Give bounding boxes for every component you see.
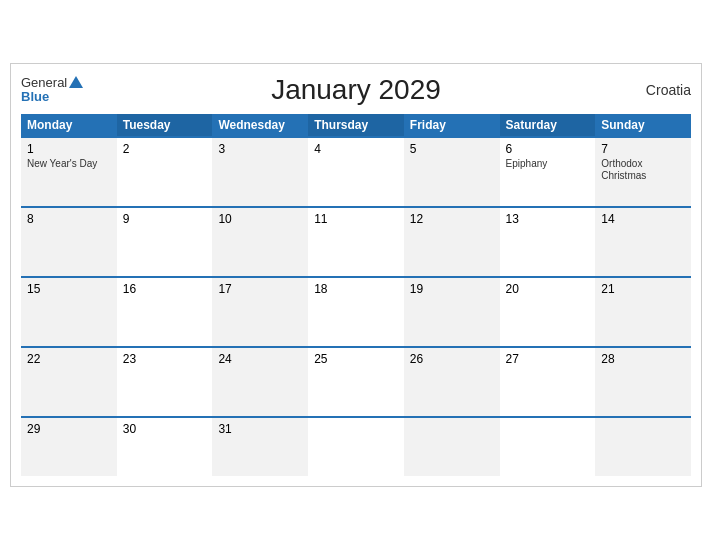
day-cell: 11 <box>308 208 404 276</box>
day-cell <box>308 418 404 476</box>
logo-triangle-icon <box>69 76 83 88</box>
day-cell: 21 <box>595 278 691 346</box>
day-number: 12 <box>410 212 494 226</box>
day-number: 9 <box>123 212 207 226</box>
week-row-4: 22232425262728 <box>21 346 691 416</box>
calendar-header: General Blue January 2029 Croatia <box>21 74 691 106</box>
header-friday: Friday <box>404 114 500 136</box>
day-number: 17 <box>218 282 302 296</box>
day-number: 15 <box>27 282 111 296</box>
day-cell: 10 <box>212 208 308 276</box>
day-number: 18 <box>314 282 398 296</box>
day-cell: 12 <box>404 208 500 276</box>
header-sunday: Sunday <box>595 114 691 136</box>
day-cell: 15 <box>21 278 117 346</box>
day-number: 3 <box>218 142 302 156</box>
day-cell <box>595 418 691 476</box>
logo-general-text: General <box>21 76 83 90</box>
day-number: 14 <box>601 212 685 226</box>
day-cell: 22 <box>21 348 117 416</box>
day-cell: 8 <box>21 208 117 276</box>
holiday-label: Epiphany <box>506 158 590 170</box>
country-label: Croatia <box>646 82 691 98</box>
day-cell: 26 <box>404 348 500 416</box>
day-number: 7 <box>601 142 685 156</box>
header-wednesday: Wednesday <box>212 114 308 136</box>
day-cell <box>500 418 596 476</box>
holiday-label: New Year's Day <box>27 158 111 170</box>
day-cell: 25 <box>308 348 404 416</box>
weeks-container: 1New Year's Day23456Epiphany7OrthodoxChr… <box>21 136 691 476</box>
day-number: 26 <box>410 352 494 366</box>
day-number: 31 <box>218 422 302 436</box>
day-cell: 2 <box>117 138 213 206</box>
day-cell: 7OrthodoxChristmas <box>595 138 691 206</box>
day-cell: 29 <box>21 418 117 476</box>
day-number: 8 <box>27 212 111 226</box>
day-cell <box>404 418 500 476</box>
day-cell: 19 <box>404 278 500 346</box>
day-number: 16 <box>123 282 207 296</box>
day-cell: 9 <box>117 208 213 276</box>
day-number: 20 <box>506 282 590 296</box>
day-number: 10 <box>218 212 302 226</box>
calendar: General Blue January 2029 Croatia Monday… <box>10 63 702 487</box>
day-number: 22 <box>27 352 111 366</box>
day-cell: 28 <box>595 348 691 416</box>
day-number: 25 <box>314 352 398 366</box>
day-cell: 17 <box>212 278 308 346</box>
day-number: 1 <box>27 142 111 156</box>
day-number: 2 <box>123 142 207 156</box>
day-number: 11 <box>314 212 398 226</box>
day-number: 19 <box>410 282 494 296</box>
day-cell: 3 <box>212 138 308 206</box>
day-number: 21 <box>601 282 685 296</box>
week-row-1: 1New Year's Day23456Epiphany7OrthodoxChr… <box>21 136 691 206</box>
logo: General Blue <box>21 76 83 105</box>
day-number: 23 <box>123 352 207 366</box>
day-number: 28 <box>601 352 685 366</box>
day-number: 27 <box>506 352 590 366</box>
week-row-2: 891011121314 <box>21 206 691 276</box>
day-cell: 14 <box>595 208 691 276</box>
day-cell: 20 <box>500 278 596 346</box>
day-number: 24 <box>218 352 302 366</box>
header-tuesday: Tuesday <box>117 114 213 136</box>
day-number: 29 <box>27 422 111 436</box>
header-thursday: Thursday <box>308 114 404 136</box>
day-number: 30 <box>123 422 207 436</box>
logo-blue-text: Blue <box>21 90 83 104</box>
day-cell: 5 <box>404 138 500 206</box>
day-number: 6 <box>506 142 590 156</box>
day-cell: 31 <box>212 418 308 476</box>
day-cell: 1New Year's Day <box>21 138 117 206</box>
day-number: 13 <box>506 212 590 226</box>
day-cell: 24 <box>212 348 308 416</box>
day-cell: 4 <box>308 138 404 206</box>
week-row-5: 293031 <box>21 416 691 476</box>
day-cell: 30 <box>117 418 213 476</box>
day-cell: 16 <box>117 278 213 346</box>
week-row-3: 15161718192021 <box>21 276 691 346</box>
header-saturday: Saturday <box>500 114 596 136</box>
holiday-label: OrthodoxChristmas <box>601 158 685 182</box>
header-monday: Monday <box>21 114 117 136</box>
day-cell: 6Epiphany <box>500 138 596 206</box>
day-cell: 18 <box>308 278 404 346</box>
day-number: 5 <box>410 142 494 156</box>
day-cell: 27 <box>500 348 596 416</box>
day-cell: 23 <box>117 348 213 416</box>
day-number: 4 <box>314 142 398 156</box>
day-headers-row: Monday Tuesday Wednesday Thursday Friday… <box>21 114 691 136</box>
calendar-title: January 2029 <box>271 74 441 106</box>
day-cell: 13 <box>500 208 596 276</box>
